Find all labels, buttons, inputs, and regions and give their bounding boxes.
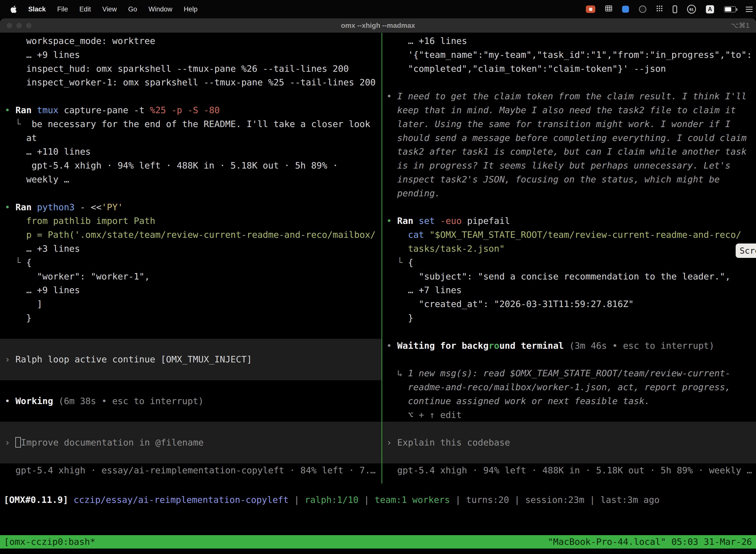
screen-recording-indicator-icon[interactable]: [586, 5, 595, 13]
terminal-line[interactable]: [0, 422, 381, 436]
omx-status-line: [OMX#0.11.9] cczip/essay/ai-reimplementa…: [0, 493, 659, 507]
terminal-line: gpt-5.4 xhigh · 94% left · 488K in · 5.1…: [0, 159, 381, 172]
menu-bar-status-icons: 61 A: [586, 5, 756, 14]
active-app-name[interactable]: Slack: [28, 5, 46, 13]
blue-app-icon[interactable]: [622, 6, 629, 13]
terminal-line: is in progress? It seems likely but perh…: [382, 159, 756, 172]
text-segment: task2 after task1 is complete, but can I…: [386, 147, 747, 157]
text-segment: cczip/essay/ai-reimplementation-copyleft: [74, 495, 289, 505]
terminal-line[interactable]: [0, 366, 381, 380]
terminal-line: └ {: [0, 256, 381, 270]
text-segment: •: [5, 202, 15, 212]
terminal-line: └ {: [382, 256, 756, 270]
terminal-line: • Ran set -euo pipefail: [382, 214, 756, 228]
text-segment: "subject": "send a concise recommendatio…: [386, 271, 731, 281]
text-segment: }: [5, 313, 32, 323]
terminal-cursor[interactable]: [15, 437, 21, 447]
terminal-line: }: [0, 311, 381, 325]
menu-bar-left: Slack FileEditViewGoWindowHelp: [0, 5, 197, 13]
text-segment: capture-pane: [64, 105, 134, 115]
right-pane[interactable]: … +16 lines '{"team_name":"my-team","tas…: [382, 33, 756, 477]
window-title-bar[interactable]: omx --xhigh --madmax ⌥⌘1: [0, 18, 756, 33]
terminal-line: weekly …: [0, 172, 381, 186]
text-segment: later. Using the same for transition mig…: [386, 119, 731, 129]
phone-icon[interactable]: [673, 5, 677, 13]
prompt-input-row[interactable]: › Explain this codebase: [382, 436, 756, 449]
ralph-loop-row[interactable]: › Ralph loop active continue [OMX_TMUX_I…: [0, 352, 381, 366]
terminal-line: [0, 186, 381, 200]
terminal-line: later. Using the same for transition mig…: [382, 117, 756, 131]
left-pane[interactable]: workspace_mode: worktree … +9 lines insp…: [0, 33, 381, 477]
text-segment: pipefail: [467, 216, 510, 226]
terminal-line[interactable]: [382, 449, 756, 463]
text-segment: [386, 230, 408, 240]
terminal-line: [382, 325, 756, 339]
text-segment: |: [289, 495, 305, 505]
list-icon[interactable]: [746, 7, 753, 12]
menu-go[interactable]: Go: [128, 5, 137, 13]
text-segment: 1 new msg(s): read $OMX_TEAM_STATE_ROOT/…: [408, 368, 731, 378]
terminal-line: "completed","claim_token":"claim-token"}…: [382, 62, 756, 76]
text-segment: Working: [15, 396, 58, 406]
terminal-line: '{"team_name":"my-team","task_id":"1","f…: [382, 48, 756, 62]
working-status-row: • Working (6m 38s • esc to interrupt): [0, 394, 381, 408]
terminal-line: }: [382, 311, 756, 325]
text-segment: -euo: [440, 216, 467, 226]
terminal-line[interactable]: [0, 339, 381, 353]
menu-help[interactable]: Help: [184, 5, 198, 13]
text-segment: inspect_worker-1: omx sparkshell --tmux-…: [5, 77, 376, 88]
text-segment: team:1 workers: [375, 495, 450, 505]
text-segment: •: [386, 216, 397, 226]
terminal-content: workspace_mode: worktree … +9 lines insp…: [0, 33, 756, 554]
text-segment: be necessary for the end of the README. …: [32, 119, 370, 129]
terminal-line: pending.: [382, 186, 756, 200]
text-segment: python3: [37, 202, 80, 212]
text-segment: ]: [5, 299, 43, 309]
text-segment: Ran: [15, 202, 37, 212]
text-segment: |: [450, 495, 466, 505]
terminal-line: "subject": "send a concise recommendatio…: [382, 270, 756, 283]
text-segment: continue assigned work or next feasible …: [386, 396, 650, 406]
zoom-button[interactable]: [26, 22, 32, 29]
terminal-line: … +16 lines: [382, 34, 756, 48]
text-segment: should send a message before completing …: [386, 133, 747, 143]
close-button[interactable]: [6, 22, 12, 29]
battery-fill: [725, 7, 731, 11]
terminal-line[interactable]: [0, 449, 381, 463]
grid-icon[interactable]: [605, 5, 612, 13]
prompt-input-row[interactable]: › Improve documentation in @filename: [0, 436, 381, 449]
terminal-line: inspect_hud: omx sparkshell --tmux-pane …: [0, 62, 381, 76]
dots-grid-icon[interactable]: [656, 5, 663, 13]
text-segment: … +9 lines: [5, 285, 80, 295]
terminal-line: at: [0, 131, 381, 145]
text-segment: •: [5, 105, 15, 115]
text-segment: tmux: [37, 105, 64, 115]
battery-percent-badge[interactable]: 61: [687, 5, 696, 14]
terminal-line: "created_at": "2026-03-31T11:59:27.816Z": [382, 297, 756, 311]
terminal-line: └ be necessary for the end of the README…: [0, 117, 381, 131]
text-segment: … +9 lines: [5, 50, 80, 60]
minimize-button[interactable]: [16, 22, 22, 29]
terminal-line[interactable]: [382, 422, 756, 436]
input-source-icon[interactable]: A: [706, 5, 714, 13]
terminal-line: • Ran python3 - <<'PY': [0, 200, 381, 214]
tmux-status-bar: [omx-cczip0:bash* "MacBook-Pro-44.local"…: [0, 535, 756, 549]
menu-edit[interactable]: Edit: [79, 5, 91, 13]
terminal-line: … +9 lines: [0, 48, 381, 62]
text-segment: readme-and-reco/mailbox/worker-1.json, a…: [386, 382, 731, 392]
text-segment: -t: [134, 105, 150, 115]
text-segment: %25 -p -S -80: [150, 105, 220, 115]
battery-icon[interactable]: [724, 6, 736, 12]
text-segment: I need to get the claim token from the c…: [397, 91, 747, 101]
text-segment: •: [386, 340, 397, 351]
text-segment: ›: [5, 354, 15, 365]
menu-file[interactable]: File: [57, 5, 68, 13]
text-segment: Ran: [15, 105, 37, 115]
menu-view[interactable]: View: [103, 5, 117, 13]
terminal-line: … +110 lines: [0, 145, 381, 159]
text-segment: last:3m ago: [601, 495, 659, 505]
tmux-session-window[interactable]: [omx-cczip0:bash*: [4, 535, 95, 549]
dark-circle-icon[interactable]: [639, 5, 646, 13]
apple-menu-icon[interactable]: [10, 5, 17, 13]
menu-window[interactable]: Window: [148, 5, 172, 13]
